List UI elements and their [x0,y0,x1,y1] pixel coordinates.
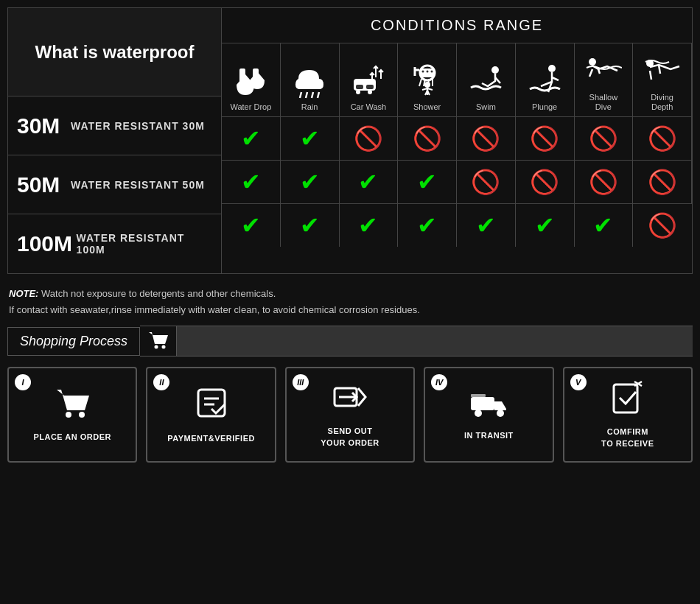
row-label-30m: 30M WATER RESISTANT 30M [8,96,221,155]
svg-point-10 [368,90,372,94]
row-m-30m: 30M [17,113,65,138]
svg-point-22 [548,65,556,72]
note-line1: NOTE: Watch not exposure to detergents a… [9,286,691,302]
row-label-50m: 50M WATER RESISTANT 50M [8,155,221,214]
svg-rect-29 [198,390,225,416]
col-label-car-wash: Car Wash [351,102,387,112]
svg-rect-38 [614,384,637,412]
cell-100m-shallow-dive: ✔ [575,204,634,247]
svg-point-23 [589,58,596,66]
cell-100m-shower: ✔ [398,204,457,247]
svg-point-26 [161,345,165,349]
col-header-shower: Shower [398,43,457,117]
waterproof-table: What is waterproof 30M WATER RESISTANT 3… [7,7,693,274]
col-label-diving-depth: DivingDepth [651,93,673,112]
svg-line-3 [306,92,307,98]
cell-100m-plunge: ✔ [516,204,575,247]
svg-point-21 [491,66,499,74]
note-line2: If contact with seawater,rinse immediate… [9,302,691,318]
cell-50m-diving-depth: 🚫 [633,161,692,204]
data-grid: Water Drop Rain [222,43,692,247]
svg-rect-12 [419,69,435,77]
row-m-100m: 100M [17,231,71,256]
col-header-swim: Swim [457,43,516,117]
step-number-1: I [15,374,31,390]
svg-point-14 [426,70,428,72]
cell-100m-rain: ✔ [281,204,340,247]
confirm-receive-icon [609,380,646,421]
payment-verified-icon [194,385,229,427]
svg-point-36 [497,410,504,417]
step-label-2: PAYMENT&VERIFIED [167,433,255,444]
cell-30m-diving-depth: 🚫 [633,117,692,161]
cell-50m-swim: 🚫 [457,161,516,204]
svg-rect-37 [471,394,486,397]
conditions-header: CONDITIONS RANGE [222,8,692,43]
step-in-transit: IV IN TRANSIT [424,367,553,463]
note-text1: Watch not exposure to detergents and oth… [38,288,276,299]
cell-30m-plunge: 🚫 [516,117,575,161]
row-desc-30m: WATER RESISTANT 30M [71,120,205,132]
step-label-5: COMFIRMTO RECEIVE [601,426,654,449]
right-column: CONDITIONS RANGE Water Drop [222,8,692,273]
step-number-3: III [293,374,309,390]
svg-line-2 [300,92,301,98]
cell-100m-water-drop: ✔ [222,204,281,247]
cell-50m-rain: ✔ [281,161,340,204]
cell-100m-swim: ✔ [457,204,516,247]
note-section: NOTE: Watch not exposure to detergents a… [9,286,691,318]
svg-rect-7 [356,85,363,89]
col-label-rain: Rain [301,102,318,112]
row-label-100m: 100M WATER RESISTANT 100M [8,214,221,273]
swim-icon [467,63,504,99]
cell-50m-water-drop: ✔ [222,161,281,204]
col-header-water-drop: Water Drop [222,43,281,117]
col-header-plunge: Plunge [516,43,575,117]
waterproof-title-cell: What is waterproof [8,8,221,96]
col-header-rain: Rain [281,43,340,117]
shopping-title: Shopping Process [20,334,127,348]
cell-30m-shower: 🚫 [398,117,457,161]
cell-100m-diving-depth: 🚫 [633,204,692,247]
svg-point-25 [154,345,158,349]
step-number-4: IV [431,374,447,390]
in-transit-icon [469,388,508,424]
cell-30m-water-drop: ✔ [222,117,281,161]
svg-line-5 [318,92,319,98]
water-drop-icon [232,63,269,99]
car-wash-icon [350,63,387,99]
svg-line-16 [419,79,421,86]
step-label-4: IN TRANSIT [464,430,514,441]
col-label-shallow-dive: ShallowDive [589,93,618,112]
col-header-car-wash: Car Wash [340,43,399,117]
place-order-icon [54,387,91,426]
step-confirm-receive: V COMFIRMTO RECEIVE [563,367,693,463]
col-header-diving-depth: DivingDepth [633,43,692,117]
svg-point-28 [79,412,85,418]
svg-line-4 [312,92,313,98]
svg-point-20 [424,82,430,88]
col-label-plunge: Plunge [532,102,557,112]
diving-depth-icon [644,53,681,90]
shopping-divider-line [177,326,693,357]
step-place-order: I PLACE AN ORDER [7,367,137,463]
row-m-50m: 50M [17,172,65,197]
send-out-icon [332,381,368,420]
svg-point-15 [430,70,433,72]
shower-icon [409,63,446,99]
process-steps: I PLACE AN ORDER II PAYMENT&VERIFIED III [7,367,693,463]
step-number-5: V [570,374,587,390]
col-header-shallow-dive: ShallowDive [575,43,634,117]
svg-point-27 [66,412,71,418]
rain-icon [291,63,328,99]
cell-50m-car-wash: ✔ [340,161,399,204]
plunge-icon [526,63,563,99]
cell-50m-shallow-dive: 🚫 [575,161,634,204]
step-payment-verified: II PAYMENT&VERIFIED [146,367,276,463]
left-column: What is waterproof 30M WATER RESISTANT 3… [8,8,222,273]
cell-50m-plunge: 🚫 [516,161,575,204]
shopping-title-box: Shopping Process [7,327,140,356]
shopping-header: Shopping Process [7,326,693,357]
step-label-3: SEND OUTYOUR ORDER [321,426,379,449]
svg-point-13 [421,70,424,72]
